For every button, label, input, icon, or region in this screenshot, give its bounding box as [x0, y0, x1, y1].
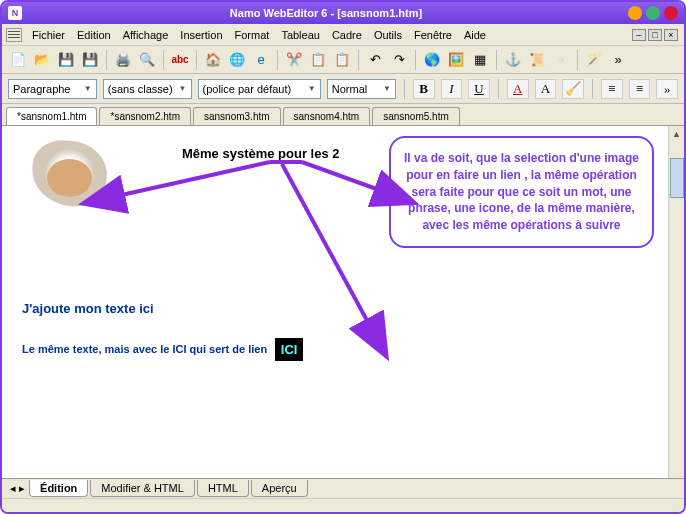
options-icon[interactable]: » [608, 50, 628, 70]
bold-button[interactable]: B [413, 79, 435, 99]
titlebar: N Namo WebEditor 6 - [sansnom1.htm] [2, 2, 684, 24]
tab-4[interactable]: sansnom4.htm [283, 107, 371, 125]
minimize-button[interactable] [628, 6, 642, 20]
svg-line-3 [282, 164, 370, 326]
status-bar [2, 498, 684, 514]
more-button[interactable]: » [656, 79, 678, 99]
tab-5[interactable]: sansnom5.htm [372, 107, 460, 125]
menu-aide[interactable]: Aide [458, 27, 492, 43]
doc-text-2[interactable]: Le même texte, mais avec le ICI qui sert… [22, 338, 303, 361]
class-combo[interactable]: (sans classe)▼ [103, 79, 192, 99]
vertical-scrollbar[interactable]: ▲ [668, 126, 684, 478]
font-color-button[interactable]: A [507, 79, 529, 99]
editor-canvas[interactable]: Même système pour les 2 Il va de soit, q… [2, 126, 684, 478]
undo-icon[interactable]: ↶ [365, 50, 385, 70]
tab-3[interactable]: sansnom3.htm [193, 107, 281, 125]
link-highlight[interactable]: ICI [275, 338, 304, 361]
close-button[interactable] [664, 6, 678, 20]
toolbar-main: 📄 📂 💾 💾 🖨️ 🔍 abc 🏠 🌐 e ✂️ 📋 📋 ↶ ↷ 🌎 🖼️ ▦… [2, 46, 684, 74]
anchor-icon[interactable]: ⚓ [503, 50, 523, 70]
annotation-callout: Il va de soit, que la selection d'une im… [389, 136, 654, 248]
object-icon[interactable]: ▫️ [551, 50, 571, 70]
tab-2[interactable]: *sansnom2.htm [99, 107, 190, 125]
scroll-thumb[interactable] [670, 158, 684, 198]
menu-tableau[interactable]: Tableau [275, 27, 326, 43]
toolbar-format: Paragraphe▼ (sans classe)▼ (police par d… [2, 74, 684, 104]
open-icon[interactable]: 📂 [32, 50, 52, 70]
table-icon[interactable]: ▦ [470, 50, 490, 70]
redo-icon[interactable]: ↷ [389, 50, 409, 70]
save-icon[interactable]: 💾 [56, 50, 76, 70]
window-title: Namo WebEditor 6 - [sansnom1.htm] [28, 7, 624, 19]
menu-edition[interactable]: Edition [71, 27, 117, 43]
preview-icon[interactable]: 🔍 [137, 50, 157, 70]
menu-affichage[interactable]: Affichage [117, 27, 175, 43]
menu-format[interactable]: Format [229, 27, 276, 43]
underline-button[interactable]: U [468, 79, 490, 99]
wizard-icon[interactable]: 🪄 [584, 50, 604, 70]
image-icon[interactable]: 🖼️ [446, 50, 466, 70]
menubar: Fichier Edition Affichage Insertion Form… [2, 24, 684, 46]
cut-icon[interactable]: ✂️ [284, 50, 304, 70]
mdi-minimize[interactable]: – [632, 29, 646, 41]
link-icon[interactable]: 🌎 [422, 50, 442, 70]
view-html[interactable]: HTML [197, 480, 249, 497]
view-apercu[interactable]: Aperçu [251, 480, 308, 497]
view-tabs: ◂ ▸ Édition Modifier & HTML HTML Aperçu [2, 478, 684, 498]
align-left-button[interactable]: ≡ [601, 79, 623, 99]
spellcheck-icon[interactable]: abc [170, 50, 190, 70]
view-modifier-html[interactable]: Modifier & HTML [90, 480, 195, 497]
menu-fenetre[interactable]: Fenêtre [408, 27, 458, 43]
align-center-button[interactable]: ≡ [629, 79, 651, 99]
size-combo[interactable]: Normal▼ [327, 79, 396, 99]
print-icon[interactable]: 🖨️ [113, 50, 133, 70]
site-icon[interactable]: 🏠 [203, 50, 223, 70]
save-all-icon[interactable]: 💾 [80, 50, 100, 70]
document-tabs: *sansnom1.htm *sansnom2.htm sansnom3.htm… [2, 104, 684, 126]
menu-cadre[interactable]: Cadre [326, 27, 368, 43]
paragraph-combo[interactable]: Paragraphe▼ [8, 79, 97, 99]
doc-text-1[interactable]: J'ajoute mon texte ici [22, 301, 154, 316]
highlight-button[interactable]: A [535, 79, 557, 99]
browser-icon[interactable]: e [251, 50, 271, 70]
svg-line-1 [117, 162, 270, 196]
copy-icon[interactable]: 📋 [308, 50, 328, 70]
font-combo[interactable]: (police par défaut)▼ [198, 79, 321, 99]
tab-1[interactable]: *sansnom1.htm [6, 107, 97, 125]
menu-fichier[interactable]: Fichier [26, 27, 71, 43]
mdi-restore[interactable]: □ [648, 29, 662, 41]
clear-format-button[interactable]: 🧹 [562, 79, 584, 99]
script-icon[interactable]: 📜 [527, 50, 547, 70]
sample-image[interactable] [32, 141, 107, 206]
menu-outils[interactable]: Outils [368, 27, 408, 43]
doc-heading[interactable]: Même système pour les 2 [182, 146, 340, 161]
menu-insertion[interactable]: Insertion [174, 27, 228, 43]
control-menu-icon[interactable] [6, 28, 22, 42]
app-icon: N [8, 6, 22, 20]
paste-icon[interactable]: 📋 [332, 50, 352, 70]
new-icon[interactable]: 📄 [8, 50, 28, 70]
italic-button[interactable]: I [441, 79, 463, 99]
mdi-close[interactable]: × [664, 29, 678, 41]
publish-icon[interactable]: 🌐 [227, 50, 247, 70]
maximize-button[interactable] [646, 6, 660, 20]
view-edition[interactable]: Édition [29, 480, 88, 497]
mdi-controls: – □ × [632, 29, 680, 41]
svg-line-2 [302, 162, 382, 191]
scroll-up-icon[interactable]: ▲ [669, 126, 684, 142]
